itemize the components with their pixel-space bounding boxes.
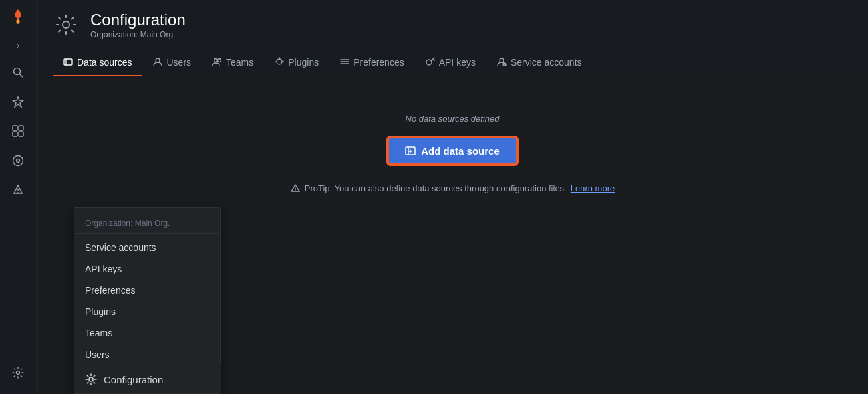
svg-rect-6 [13, 132, 17, 136]
tab-teams-label: Teams [226, 57, 253, 68]
dropdown-org-label: Organization: Main Org. [74, 213, 220, 234]
svg-point-9 [17, 159, 20, 163]
svg-rect-7 [19, 132, 23, 136]
dropdown-item-preferences[interactable]: Preferences [74, 280, 220, 301]
config-header-icon [53, 11, 80, 38]
tabs-nav: Data sources Users Teams Plugins [53, 50, 852, 76]
tab-preferences-icon [340, 57, 349, 68]
protip-content: ProTip: You can also define data sources… [305, 183, 567, 193]
dropdown-item-teams[interactable]: Teams [74, 322, 220, 344]
svg-point-16 [156, 58, 160, 62]
page-header: Configuration Organization: Main Org. Da… [37, 0, 868, 76]
dropdown-item-plugins[interactable]: Plugins [74, 301, 220, 322]
app-logo[interactable] [7, 5, 29, 27]
svg-point-38 [89, 377, 93, 381]
svg-line-28 [433, 59, 434, 60]
tab-api-keys-label: API keys [439, 57, 476, 68]
tab-plugins-label: Plugins [288, 57, 319, 68]
tab-teams-icon [212, 57, 222, 68]
svg-point-37 [295, 190, 295, 191]
configuration-bottom-icon[interactable] [5, 359, 31, 386]
protip-text: ProTip: You can also define data sources… [290, 183, 615, 194]
tab-serviceaccounts-icon [497, 57, 507, 68]
svg-point-18 [218, 58, 221, 62]
svg-rect-14 [64, 59, 72, 65]
tab-teams[interactable]: Teams [202, 50, 264, 76]
empty-state: No data sources defined Add data source [58, 114, 847, 165]
empty-message: No data sources defined [406, 114, 500, 124]
svg-point-8 [13, 156, 23, 166]
svg-line-2 [20, 74, 23, 78]
svg-point-13 [63, 21, 69, 28]
svg-marker-3 [13, 97, 23, 107]
tab-plugins[interactable]: Plugins [264, 50, 329, 76]
svg-rect-5 [19, 126, 23, 130]
svg-point-11 [17, 192, 18, 193]
config-footer-label: Configuration [104, 374, 163, 385]
svg-rect-4 [13, 126, 17, 130]
tab-preferences-label: Preferences [353, 57, 404, 68]
tab-data-sources-label: Data sources [77, 57, 132, 68]
tab-plugins-icon [275, 57, 284, 68]
svg-point-19 [277, 59, 282, 64]
tab-service-accounts[interactable]: Service accounts [486, 50, 593, 76]
tab-preferences[interactable]: Preferences [329, 50, 414, 76]
context-menu: Organization: Main Org. Service accounts… [74, 207, 221, 394]
search-icon[interactable] [5, 59, 31, 86]
svg-point-29 [500, 58, 504, 62]
tab-users-icon [153, 57, 162, 68]
tab-users[interactable]: Users [142, 50, 202, 76]
dropdown-item-service-accounts[interactable]: Service accounts [74, 237, 220, 258]
dropdown-config-footer[interactable]: Configuration [74, 365, 221, 393]
add-data-source-label: Add data source [421, 145, 500, 157]
starred-icon[interactable] [5, 88, 31, 115]
sidebar-toggle[interactable]: › [5, 37, 31, 54]
page-body: No data sources defined Add data source … [37, 76, 868, 394]
sidebar: › [0, 0, 37, 394]
page-subtitle: Organization: Main Org. [90, 30, 186, 39]
svg-point-26 [426, 60, 432, 65]
svg-point-12 [17, 371, 20, 375]
learn-more-link[interactable]: Learn more [571, 183, 615, 193]
dropdown-item-users[interactable]: Users [74, 344, 220, 365]
main-content: Configuration Organization: Main Org. Da… [37, 0, 868, 394]
page-title: Configuration [90, 11, 186, 30]
dashboards-icon[interactable] [5, 118, 31, 144]
tab-api-keys[interactable]: API keys [415, 50, 486, 76]
tab-users-label: Users [166, 57, 191, 68]
tab-datasources-icon [63, 57, 73, 68]
tab-data-sources[interactable]: Data sources [53, 50, 142, 76]
dropdown-item-api-keys[interactable]: API keys [74, 258, 220, 280]
explore-icon[interactable] [5, 147, 31, 174]
tab-apikeys-icon [426, 57, 435, 68]
add-data-source-button[interactable]: Add data source [388, 137, 517, 165]
svg-point-17 [214, 58, 218, 62]
alerting-icon[interactable] [5, 177, 31, 203]
tab-service-accounts-label: Service accounts [511, 57, 582, 68]
